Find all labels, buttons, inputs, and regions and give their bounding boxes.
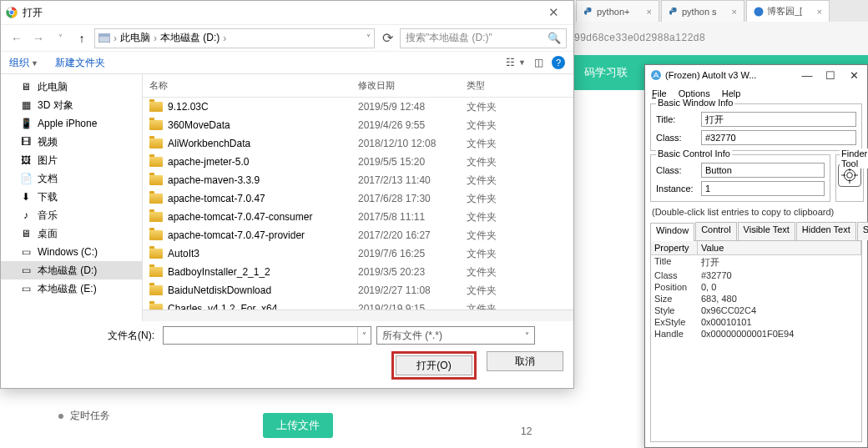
filename-input[interactable]: ˅ — [163, 326, 371, 345]
svg-point-3 — [9, 10, 14, 15]
bwi-class-field[interactable] — [701, 130, 856, 145]
file-row[interactable]: apache-tomcat-7.0.47-consumer2017/5/8 11… — [143, 208, 573, 226]
file-filter-select[interactable]: 所有文件 (*.*)˅ — [376, 326, 535, 345]
address-bar[interactable]: › 此电脑 › 本地磁盘 (D:) › ˅ — [94, 28, 375, 48]
autoit-tab[interactable]: Stat — [857, 222, 868, 240]
bwi-title-field[interactable] — [701, 112, 856, 127]
nav-tree[interactable]: 🖥此电脑▦3D 对象📱Apple iPhone🎞视频🖼图片📄文档⬇下载♪音乐🖥桌… — [1, 74, 143, 321]
property-row[interactable]: Class#32770 — [651, 269, 861, 281]
search-input[interactable]: 搜索"本地磁盘 (D:)" 🔍 — [400, 28, 567, 48]
open-button[interactable]: 打开(O) — [396, 355, 472, 375]
file-row[interactable]: apache-tomcat-7.0.472017/6/28 17:30文件夹 — [143, 189, 573, 208]
help-icon[interactable]: ? — [552, 56, 565, 69]
file-row[interactable]: AutoIt32019/7/6 16:25文件夹 — [143, 244, 573, 263]
folder-icon — [149, 138, 163, 148]
cancel-button[interactable]: 取消 — [487, 351, 563, 371]
file-row[interactable]: AliWorkbenchData2018/12/10 12:08文件夹 — [143, 134, 573, 153]
col-name[interactable]: 名称 — [149, 79, 358, 92]
nav-bar: ← → ˅ ↑ › 此电脑 › 本地磁盘 (D:) › ˅ ⟳ 搜索"本地磁盘 … — [1, 24, 573, 51]
desk-icon: 🖥 — [19, 229, 33, 239]
doc-icon: 📄 — [19, 174, 33, 184]
property-row[interactable]: Title打开 — [651, 255, 861, 269]
finder-tool[interactable]: Finder Tool — [835, 154, 864, 202]
tree-item[interactable]: 🖥桌面 — [1, 224, 142, 243]
file-row[interactable]: Charles_v4.1.2_For_x642019/2/19 9:15文件夹 — [143, 300, 573, 310]
browser-tab[interactable]: 博客园_[× — [746, 0, 830, 22]
upload-button[interactable]: 上传文件 — [263, 413, 333, 438]
folder-icon — [149, 267, 163, 277]
side-task[interactable]: 定时任务 — [58, 409, 110, 423]
autoit-titlebar: (Frozen) AutoIt v3 W... — ☐ ✕ — [645, 65, 867, 85]
close-icon[interactable]: × — [817, 7, 822, 17]
property-row[interactable]: Handle0x00000000001F0E94 — [651, 328, 861, 340]
tree-item[interactable]: ▭Windows (C:) — [1, 243, 142, 261]
file-list[interactable]: 9.12.03C2019/5/9 12:48文件夹360MoveData2019… — [143, 98, 573, 310]
autoit-tab[interactable]: Hidden Text — [796, 222, 856, 240]
file-row[interactable]: 360MoveData2019/4/26 9:55文件夹 — [143, 116, 573, 134]
breadcrumb[interactable]: 此电脑 — [120, 31, 150, 45]
up-button[interactable]: ↑ — [73, 29, 91, 48]
chevron-down-icon[interactable]: ˅ — [357, 327, 371, 344]
autoit-tabs[interactable]: WindowControlVisible TextHidden TextStat… — [650, 222, 862, 240]
tree-item[interactable]: ▭本地磁盘 (D:) — [1, 261, 142, 279]
col-type[interactable]: 类型 — [467, 79, 517, 92]
close-icon[interactable]: × — [647, 7, 652, 17]
autoit-title: (Frozen) AutoIt v3 W... — [665, 70, 756, 80]
property-row[interactable]: Style0x96CC02C4 — [651, 305, 861, 316]
close-icon[interactable]: ✕ — [842, 66, 865, 84]
basic-window-info: Basic Window Info Title: Class: — [650, 103, 862, 151]
apple-icon: 📱 — [19, 118, 33, 128]
tree-item[interactable]: 🎞视频 — [1, 133, 142, 151]
autoit-window: (Frozen) AutoIt v3 W... — ☐ ✕ File Optio… — [644, 64, 868, 448]
close-icon[interactable]: × — [732, 7, 737, 17]
svg-point-6 — [651, 70, 661, 80]
autoit-tab[interactable]: Visible Text — [738, 222, 795, 240]
refresh-icon[interactable]: ⟳ — [378, 29, 396, 48]
folder-icon — [149, 102, 163, 112]
autoit-tab[interactable]: Control — [695, 222, 736, 240]
open-button-highlight: 打开(O) — [391, 351, 477, 380]
minimize-icon[interactable]: — — [795, 66, 819, 84]
column-headers[interactable]: 名称 修改日期 类型 — [143, 74, 573, 98]
breadcrumb[interactable]: 本地磁盘 (D:) — [160, 31, 220, 45]
organize-menu[interactable]: 组织▼ — [9, 56, 38, 70]
folder-icon — [149, 304, 163, 310]
back-button[interactable]: ← — [8, 29, 26, 48]
tree-item[interactable]: ▭本地磁盘 (E:) — [1, 279, 142, 298]
file-row[interactable]: apache-jmeter-5.02019/5/5 15:20文件夹 — [143, 153, 573, 171]
close-icon[interactable]: ✕ — [535, 2, 572, 23]
property-row[interactable]: Size683, 480 — [651, 293, 861, 305]
file-row[interactable]: BadboyInstaller_2_1_22019/3/5 20:23文件夹 — [143, 263, 573, 281]
preview-pane-toggle[interactable]: ◫ — [534, 57, 543, 68]
view-menu[interactable]: ☷ ▼ — [506, 57, 526, 68]
autoit-tab[interactable]: Window — [650, 223, 694, 241]
recent-dropdown[interactable]: ˅ — [51, 29, 69, 48]
file-row[interactable]: apache-tomcat-7.0.47-provider2017/2/20 1… — [143, 226, 573, 244]
property-table[interactable]: PropertyValue Title打开Class#32770Position… — [650, 240, 862, 442]
dialog-footer: 文件名(N): ˅ 所有文件 (*.*)˅ 打开(O) 取消 — [1, 321, 573, 388]
maximize-icon[interactable]: ☐ — [819, 66, 842, 84]
tree-item[interactable]: 🖥此电脑 — [1, 78, 142, 96]
tree-item[interactable]: 📱Apple iPhone — [1, 114, 142, 133]
filename-label: 文件名(N): — [108, 329, 154, 343]
tree-item[interactable]: 📄文档 — [1, 169, 142, 188]
property-row[interactable]: Position0, 0 — [651, 281, 861, 293]
file-row[interactable]: apache-maven-3.3.92017/2/13 11:40文件夹 — [143, 171, 573, 189]
browser-tab[interactable]: python+× — [576, 0, 659, 22]
tree-item[interactable]: ♪音乐 — [1, 206, 142, 224]
file-row[interactable]: BaiduNetdiskDownload2019/2/27 11:08文件夹 — [143, 281, 573, 300]
browser-tabstrip: python+×python s×博客园_[× — [576, 0, 868, 22]
bci-class-field[interactable] — [701, 163, 825, 178]
property-row[interactable]: ExStyle0x00010101 — [651, 316, 861, 328]
new-folder-button[interactable]: 新建文件夹 — [55, 56, 105, 70]
file-row[interactable]: 9.12.03C2019/5/9 12:48文件夹 — [143, 98, 573, 116]
chevron-down-icon[interactable]: ˅ — [525, 331, 529, 340]
tree-item[interactable]: ▦3D 对象 — [1, 96, 142, 114]
col-date[interactable]: 修改日期 — [358, 79, 467, 92]
bci-instance-field[interactable] — [701, 181, 825, 196]
tree-item[interactable]: 🖼图片 — [1, 151, 142, 169]
horizontal-scrollbar[interactable] — [143, 310, 573, 321]
browser-tab[interactable]: python s× — [661, 0, 744, 22]
chevron-down-icon[interactable]: ˅ — [366, 33, 371, 43]
tree-item[interactable]: ⬇下载 — [1, 188, 142, 206]
